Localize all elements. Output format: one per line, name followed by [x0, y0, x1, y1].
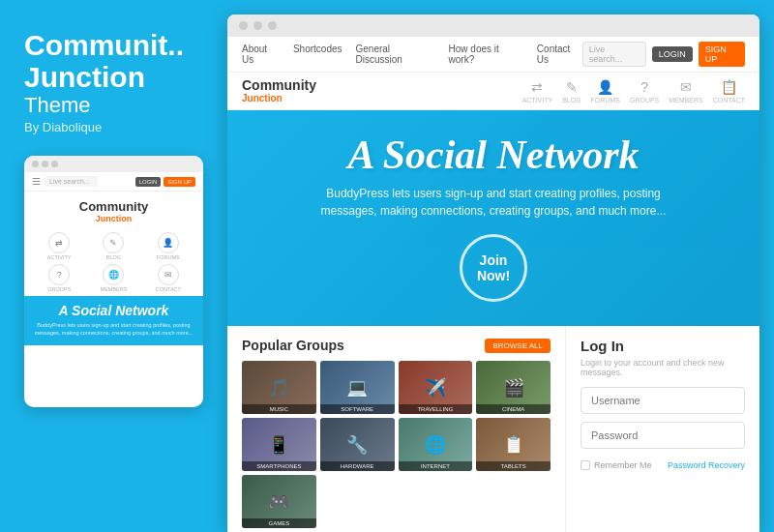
- browser-dot-1: [239, 21, 248, 30]
- mobile-dot-2: [42, 161, 48, 167]
- members-icon: ✉: [680, 79, 692, 95]
- mobile-icon-forums: 👤 FORUMS: [143, 232, 194, 260]
- mobile-search: Live search...: [45, 176, 98, 187]
- nav-how[interactable]: How does it work?: [449, 44, 523, 65]
- theme-subtitle: Theme: [24, 93, 203, 118]
- content-area: Popular Groups BROWSE ALL 🎵 MUSIC 💻 SOFT…: [227, 326, 759, 532]
- remember-checkbox[interactable]: [580, 460, 590, 470]
- login-footer: Remember Me Password Recovery: [580, 460, 745, 470]
- login-panel: Log In Login to your account and check n…: [566, 326, 759, 532]
- mobile-signup-btn[interactable]: SIGN UP: [164, 177, 195, 187]
- site-top-nav: About Us Shortcodes General Discussion H…: [227, 37, 759, 73]
- icon-nav-members[interactable]: ✉ MEMBERS: [669, 79, 702, 103]
- hero-bg-map: [227, 110, 759, 326]
- remember-me-label: Remember Me: [594, 460, 652, 470]
- mobile-hero: A Social Network BuddyPress lets users s…: [24, 296, 203, 345]
- mobile-hero-title: A Social Network: [32, 304, 195, 318]
- site-search[interactable]: Live search...: [582, 42, 646, 67]
- password-field[interactable]: [580, 422, 745, 449]
- icon-nav-forums[interactable]: 👤 FORUMS: [591, 79, 620, 103]
- by-line: By Diabolique: [24, 120, 203, 134]
- login-subtitle: Login to your account and check new mess…: [580, 358, 745, 377]
- site-login-btn[interactable]: LOGIN: [652, 46, 693, 62]
- group-smartphones[interactable]: 📱 SMARTPHONES: [242, 418, 316, 471]
- hero-section: A Social Network BuddyPress lets users s…: [227, 110, 759, 326]
- site-logo: Community Junction: [242, 78, 316, 103]
- nav-shortcodes[interactable]: Shortcodes: [293, 44, 342, 65]
- group-cinema[interactable]: 🎬 CINEMA: [476, 361, 551, 414]
- secondary-nav: Community Junction ⇄ ACTIVITY ✎ BLOG 👤 F…: [227, 73, 759, 110]
- mobile-hero-text: BuddyPress lets users sign-up and start …: [32, 322, 195, 337]
- mobile-icon-contact: ✉ CONTACT: [143, 264, 194, 292]
- mobile-dot-3: [51, 161, 58, 167]
- contact-icon: 📋: [721, 79, 737, 95]
- username-field[interactable]: [580, 387, 745, 414]
- mobile-logo-sub: Junction: [24, 214, 203, 223]
- left-panel: Communit.. Junction Theme By Diabolique …: [0, 0, 227, 532]
- login-title: Log In: [580, 338, 745, 354]
- group-software[interactable]: 💻 SOFTWARE: [320, 361, 395, 414]
- mobile-top-bar: [24, 156, 203, 172]
- mobile-icon-blog: ✎ BLOG: [88, 232, 138, 260]
- icon-nav-contact[interactable]: 📋 CONTACT: [713, 79, 745, 103]
- browser-chrome: [227, 15, 759, 37]
- section-header: Popular Groups BROWSE ALL: [242, 338, 551, 353]
- popular-groups-title: Popular Groups: [242, 338, 344, 353]
- site-signup-btn[interactable]: SIGN UP: [699, 42, 745, 67]
- browser-mockup: About Us Shortcodes General Discussion H…: [227, 15, 759, 532]
- site-logo-main: Community: [242, 78, 316, 93]
- theme-title-line2: Junction: [24, 61, 203, 93]
- icon-nav-groups[interactable]: ? GROUPS: [630, 79, 659, 103]
- icon-nav-blog[interactable]: ✎ BLOG: [562, 79, 580, 103]
- mobile-icons-grid: ⇄ ACTIVITY ✎ BLOG 👤 FORUMS ? GROUPS 🌐 ME…: [24, 228, 203, 296]
- activity-icon: ⇄: [531, 79, 543, 95]
- mobile-nav-left: ☰ Live search...: [32, 176, 98, 187]
- mobile-mockup: ☰ Live search... LOGIN SIGN UP Community…: [24, 156, 203, 407]
- nav-contact[interactable]: Contact Us: [537, 44, 582, 65]
- group-tablets[interactable]: 📋 TABLETS: [476, 418, 551, 471]
- group-hardware[interactable]: 🔧 HARDWARE: [320, 418, 395, 471]
- mobile-nav: ☰ Live search... LOGIN SIGN UP: [24, 172, 203, 192]
- group-travelling[interactable]: ✈️ TRAVELLING: [399, 361, 473, 414]
- theme-title: Communit.. Junction Theme By Diabolique: [24, 29, 203, 134]
- mobile-dot-1: [32, 161, 39, 167]
- forums-icon: 👤: [597, 79, 613, 95]
- group-games[interactable]: 🎮 GAMES: [242, 475, 316, 528]
- browse-all-button[interactable]: BROWSE ALL: [485, 339, 551, 353]
- groups-grid: 🎵 MUSIC 💻 SOFTWARE ✈️ TRAVELLING 🎬 CINEM…: [242, 361, 551, 528]
- popular-groups-section: Popular Groups BROWSE ALL 🎵 MUSIC 💻 SOFT…: [227, 326, 566, 532]
- browser-dot-3: [268, 21, 277, 30]
- groups-icon: ?: [640, 79, 648, 95]
- site-nav-links: About Us Shortcodes General Discussion H…: [242, 44, 582, 65]
- theme-title-line1: Communit..: [24, 29, 203, 61]
- browser-dot-2: [253, 21, 262, 30]
- group-internet[interactable]: 🌐 INTERNET: [399, 418, 473, 471]
- mobile-logo: Community Junction: [24, 192, 203, 228]
- blog-icon: ✎: [566, 79, 578, 95]
- remember-me: Remember Me: [580, 460, 652, 470]
- mobile-icon-groups: ? GROUPS: [34, 264, 84, 292]
- icon-nav-activity[interactable]: ⇄ ACTIVITY: [522, 79, 553, 103]
- nav-general[interactable]: General Discussion: [356, 44, 435, 65]
- nav-about[interactable]: About Us: [242, 44, 280, 65]
- password-recovery-link[interactable]: Password Recovery: [668, 460, 745, 470]
- site-logo-sub: Junction: [242, 93, 316, 103]
- group-music[interactable]: 🎵 MUSIC: [242, 361, 316, 414]
- mobile-login-btn[interactable]: LOGIN: [135, 177, 162, 187]
- mobile-icon-members: 🌐 MEMBERS: [88, 264, 138, 292]
- site-nav-right: Live search... LOGIN SIGN UP: [582, 42, 745, 67]
- mobile-icon-activity: ⇄ ACTIVITY: [34, 232, 84, 260]
- mobile-logo-main: Community: [24, 199, 203, 214]
- icon-nav: ⇄ ACTIVITY ✎ BLOG 👤 FORUMS ? GROUPS ✉ ME…: [522, 79, 745, 103]
